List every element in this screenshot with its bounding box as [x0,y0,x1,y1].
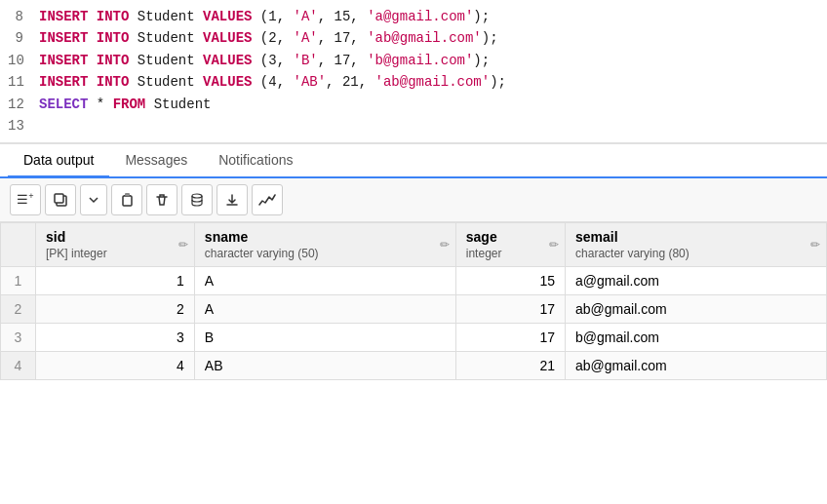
code-token: 1 [268,9,276,24]
code-token: VALUES [203,9,260,24]
code-token: ( [260,9,268,24]
graph-button[interactable] [252,184,283,215]
code-editor: 8INSERT INTO Student VALUES (1, 'A', 15,… [0,0,827,144]
row-number-cell: 1 [1,267,36,295]
download-button[interactable] [217,184,248,215]
code-token: 'AB' [293,74,326,90]
code-token: , [318,30,335,46]
code-token: Student [138,74,203,90]
col-header-sid: sid[PK] integer✏ [36,223,195,267]
code-token: INTO [97,53,138,68]
toolbar: ☰+ [0,178,827,222]
code-token: 'ab@gmail.com' [375,74,491,90]
cell-sage: 17 [455,324,565,352]
tab-data-output[interactable]: Data output [8,144,109,178]
line-number: 13 [8,115,39,136]
table-row: 22A17ab@gmail.com [1,295,827,324]
code-token: Student [145,97,211,112]
table-row: 44AB21ab@gmail.com [1,352,827,380]
edit-icon[interactable]: ✏ [440,238,450,252]
code-token: 21 [342,74,359,90]
table-row: 33B17b@gmail.com [1,324,827,352]
code-line: 12SELECT * FROM Student [0,94,827,115]
cell-semail: a@gmail.com [566,267,827,295]
cell-sid: 2 [36,295,195,324]
code-token: 17 [335,53,351,68]
paste-button[interactable] [111,184,142,215]
svg-point-5 [192,194,202,198]
code-token: INSERT [39,9,97,24]
code-token: INSERT [39,53,97,68]
data-table-wrap: sid[PK] integer✏snamecharacter varying (… [0,222,827,380]
line-number: 12 [8,94,39,115]
edit-icon[interactable]: ✏ [178,238,188,252]
dropdown-button[interactable] [80,184,107,215]
code-token: , [277,30,294,46]
code-token: VALUES [203,53,260,68]
code-token: 'A' [293,30,317,46]
code-token: INTO [97,9,138,24]
col-header-sname: snamecharacter varying (50)✏ [194,223,455,267]
col-header-rownum [1,223,36,267]
col-header-sage: sageinteger✏ [455,223,565,267]
cell-semail: ab@gmail.com [566,295,827,324]
col-name: sage [466,229,555,245]
cell-semail: ab@gmail.com [566,352,827,380]
code-token: ); [473,53,490,68]
table-row: 11A15a@gmail.com [1,267,827,295]
code-token: , [277,9,294,24]
delete-button[interactable] [146,184,177,215]
cell-sid: 3 [36,324,195,352]
code-token: 17 [335,30,351,46]
code-token: * [88,97,112,112]
tab-notifications[interactable]: Notifications [203,144,308,178]
line-number: 8 [8,6,39,27]
edit-icon[interactable]: ✏ [549,238,559,252]
code-content: INSERT INTO Student VALUES (2, 'A', 17, … [39,27,498,49]
code-token: ); [490,74,506,90]
code-line: 11INSERT INTO Student VALUES (4, 'AB', 2… [0,71,827,93]
code-token: ); [473,9,490,24]
code-token: , [359,74,375,90]
cell-sname: A [194,295,455,324]
code-token: 'A' [293,9,317,24]
code-token: FROM [113,97,146,112]
copy-button[interactable] [45,184,76,215]
row-number-cell: 4 [1,352,36,380]
code-token: Student [138,53,203,68]
code-content: INSERT INTO Student VALUES (3, 'B', 17, … [39,50,490,71]
cell-sid: 1 [36,267,195,295]
code-token: INSERT [39,74,97,90]
code-token: 4 [268,74,276,90]
code-token: , [277,74,294,90]
code-token: INTO [97,30,138,46]
code-token: ( [260,53,268,68]
code-token: 'B' [293,53,317,68]
code-token: 3 [268,53,276,68]
edit-icon[interactable]: ✏ [810,238,820,252]
row-number-cell: 3 [1,324,36,352]
code-token: SELECT [39,97,88,112]
code-line: 10INSERT INTO Student VALUES (3, 'B', 17… [0,50,827,71]
code-token: 'b@gmail.com' [367,53,473,68]
add-row-button[interactable]: ☰+ [10,184,41,215]
line-number: 10 [8,50,39,71]
code-content: SELECT * FROM Student [39,94,211,115]
tab-messages[interactable]: Messages [109,144,203,178]
save-button[interactable] [181,184,213,215]
col-name: sname [205,229,446,245]
col-name: semail [575,229,816,245]
code-token: VALUES [203,30,260,46]
code-token: ( [260,74,268,90]
code-token: Student [138,9,203,24]
line-number: 9 [8,27,39,49]
svg-rect-1 [55,194,63,203]
code-line: 13 [0,115,827,136]
col-header-semail: semailcharacter varying (80)✏ [566,223,827,267]
code-token: 'a@gmail.com' [367,9,473,24]
code-token: , [350,53,367,68]
code-token: 'ab@gmail.com' [367,30,482,46]
code-token: 15 [335,9,351,24]
cell-semail: b@gmail.com [566,324,827,352]
col-type: character varying (50) [205,247,319,260]
